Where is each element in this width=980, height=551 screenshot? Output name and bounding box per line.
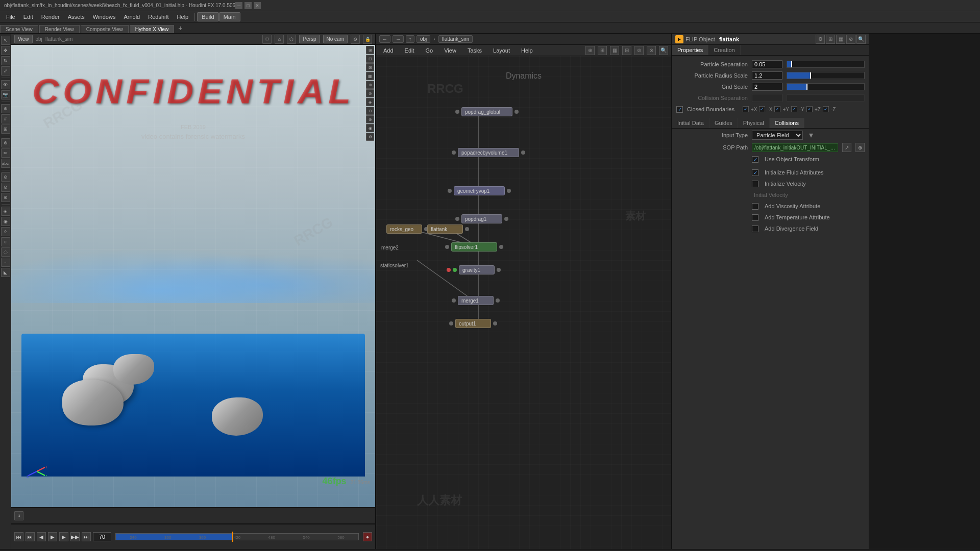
node-rocks-geo[interactable]: rocks_geo	[386, 224, 428, 234]
subtab-initial-data[interactable]: Initial Data	[672, 118, 709, 128]
vp-footer-info[interactable]: ℹ	[14, 511, 23, 520]
menu-assets[interactable]: Assets	[64, 11, 89, 22]
checkbox-temperature[interactable]	[752, 214, 758, 221]
checkbox-init-fluid-attrs[interactable]	[752, 169, 758, 176]
node-box-popadrecbyvolume1[interactable]: popadrecbyvolume1	[458, 148, 519, 157]
vp-rt-1[interactable]: ⊞	[366, 46, 374, 54]
checkbox-init-velocity[interactable]	[752, 181, 758, 187]
checkbox-closed-boundaries[interactable]	[676, 106, 683, 113]
extra-tool-6[interactable]: ◦	[1, 258, 10, 267]
props-icon-btn-3[interactable]: ▦	[836, 35, 845, 44]
camera-tool[interactable]: 📷	[1, 90, 10, 99]
ng-menu-go[interactable]: Go	[422, 45, 437, 56]
axis-check-nz[interactable]	[823, 106, 829, 112]
main-button[interactable]: Main	[219, 12, 240, 21]
node-box-flattank[interactable]: flattank	[427, 224, 463, 234]
no-cam-label[interactable]: No cam	[323, 35, 348, 43]
view-label[interactable]: View	[14, 35, 33, 43]
tab-hython-view[interactable]: Hython X View	[130, 25, 174, 33]
prop-input-particle-sep[interactable]	[752, 60, 782, 68]
vp-rt-3[interactable]: ⊠	[366, 63, 374, 71]
rotate-tool[interactable]: ↻	[1, 56, 10, 65]
viewport-home[interactable]: ⌂	[275, 35, 284, 44]
select-tool[interactable]: ↖	[1, 36, 10, 45]
prop-slider-radius-scale[interactable]	[787, 72, 865, 79]
menu-redshift[interactable]: Redshift	[144, 11, 173, 22]
node-box-popdrag1[interactable]: popdrag1	[461, 214, 502, 223]
node-box-gravity1[interactable]: gravity1	[459, 265, 495, 274]
vp-rt-10[interactable]: ◉	[366, 124, 374, 132]
viewport-canvas[interactable]: CONFIDENTIAL FEB 2019 video contains for…	[11, 45, 375, 507]
ng-icon-6[interactable]: ⊗	[647, 46, 656, 55]
abc-tool[interactable]: abc	[1, 159, 10, 168]
vp-rt-5[interactable]: ⊕	[366, 81, 374, 89]
edit-tool[interactable]: ✏	[1, 148, 10, 158]
handle-tool[interactable]: ⊞	[1, 124, 10, 134]
ng-menu-help[interactable]: Help	[517, 45, 537, 56]
maximize-button[interactable]: □	[244, 2, 252, 9]
prop-input-collision-sep[interactable]	[752, 94, 782, 102]
minimize-button[interactable]: ─	[235, 2, 242, 9]
vp-rt-9[interactable]: ⊛	[366, 115, 374, 123]
tab-composite-view[interactable]: Composite View	[81, 25, 129, 33]
viewport-settings[interactable]: ⚙	[351, 35, 360, 44]
node-box-rocks-geo[interactable]: rocks_geo	[386, 224, 422, 234]
view-tool[interactable]: 👁	[1, 80, 10, 89]
ng-search[interactable]: 🔍	[659, 46, 668, 55]
ng-menu-layout[interactable]: Layout	[489, 45, 514, 56]
node-gravity1[interactable]: gravity1	[447, 265, 501, 274]
ng-icon-3[interactable]: ▦	[610, 46, 619, 55]
viewport-fit[interactable]: ⊡	[262, 35, 272, 44]
subtab-guides[interactable]: Guides	[709, 118, 738, 128]
subtab-collisions[interactable]: Collisions	[770, 118, 804, 128]
extra-tool-1[interactable]: ◈	[1, 207, 10, 216]
node-box-output1[interactable]: output1	[455, 319, 491, 328]
sop-path-btn-1[interactable]: ↗	[842, 143, 851, 152]
menu-render[interactable]: Render	[37, 11, 64, 22]
ng-icon-1[interactable]: ⊕	[585, 46, 595, 55]
props-icon-btn-4[interactable]: ⊘	[846, 35, 855, 44]
timeline-track[interactable]: 240 300 360 420 480 540 580	[115, 533, 359, 540]
vp-rt-6[interactable]: ⊘	[366, 89, 374, 97]
ng-menu-view[interactable]: View	[440, 45, 460, 56]
menu-windows[interactable]: Windows	[89, 11, 120, 22]
node-merge1[interactable]: merge1	[452, 296, 500, 305]
extra-tool-3[interactable]: ◊	[1, 227, 10, 236]
capture-tool[interactable]: ⊛	[1, 193, 10, 202]
extra-tool-7[interactable]: ◣	[1, 268, 10, 277]
next-frame-button[interactable]: ▶	[59, 532, 68, 541]
vp-rt-8[interactable]: ⊙	[366, 107, 374, 115]
titlebar-controls[interactable]: ─ □ ✕	[235, 2, 261, 9]
prop-input-grid-scale[interactable]	[752, 83, 782, 91]
viewport-lock[interactable]: 🔒	[363, 35, 372, 44]
ng-node-breadcrumb[interactable]: flattank_sim	[438, 35, 473, 43]
node-box-popdrag-global[interactable]: popdrag_global	[461, 107, 512, 116]
node-flipsolver1[interactable]: flipsolver1	[445, 242, 503, 252]
ng-icon-4[interactable]: ⊟	[622, 46, 631, 55]
add-tab-button[interactable]: +	[175, 23, 185, 33]
grid-tool[interactable]: #	[1, 114, 10, 123]
tab-properties[interactable]: Properties	[672, 45, 708, 55]
ng-back-button[interactable]: ←	[379, 35, 390, 43]
checkbox-use-obj-transform[interactable]	[752, 156, 758, 163]
tab-scene-view[interactable]: Scene View	[0, 25, 38, 33]
extra-tool-2[interactable]: ◉	[1, 217, 10, 226]
tab-render-view[interactable]: Render View	[39, 25, 80, 33]
next-key-button[interactable]: ▶▶	[70, 532, 80, 541]
sop-path-btn-2[interactable]: ⊕	[855, 143, 865, 152]
ng-icon-5[interactable]: ⊘	[634, 46, 644, 55]
record-button[interactable]: ●	[363, 532, 372, 541]
subtab-physical[interactable]: Physical	[738, 118, 770, 128]
menu-file[interactable]: File	[2, 11, 19, 22]
axis-check-nx[interactable]	[759, 106, 765, 112]
ng-menu-tasks[interactable]: Tasks	[463, 45, 486, 56]
vp-rt-11[interactable]: ⚙	[366, 133, 374, 141]
vp-rt-2[interactable]: ⊟	[366, 55, 374, 63]
prev-key-button[interactable]: ⏭	[26, 532, 35, 541]
node-geometryvop1[interactable]: geometryvop1	[448, 186, 511, 195]
ng-obj-breadcrumb[interactable]: obj	[416, 35, 430, 43]
skip-back-button[interactable]: ⏮	[14, 532, 23, 541]
ng-icon-2[interactable]: ⊞	[598, 46, 607, 55]
snap-tool[interactable]: ⊕	[1, 104, 10, 113]
transform-tool[interactable]: ✥	[1, 46, 10, 55]
